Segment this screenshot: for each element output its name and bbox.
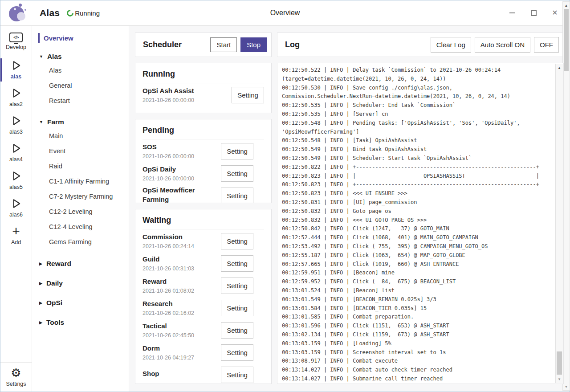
- play-icon: [10, 197, 22, 210]
- rail-item-instance[interactable]: alas4: [0, 139, 32, 167]
- nav-item[interactable]: Alas: [32, 63, 129, 78]
- setting-button[interactable]: Setting: [221, 344, 253, 361]
- task-name: Guild: [142, 255, 221, 264]
- task-name: Commission: [142, 233, 221, 241]
- log-line: 00:12:50.549 | INFO | Bind task OpsiAshA…: [282, 145, 551, 154]
- rail-item-settings[interactable]: ⚙ Settings: [0, 362, 32, 392]
- nav-item[interactable]: Raid: [32, 159, 129, 174]
- task-row: OpSi Meowfficer Farming Setting: [142, 184, 253, 203]
- rail-item-label: alas3: [9, 129, 23, 135]
- scrollbar-thumb[interactable]: [557, 351, 562, 375]
- log-output[interactable]: 00:12:50.522 | INFO | Delay task `Commis…: [282, 66, 551, 384]
- task-row: SOS 2021-10-26 00:00:00 Setting: [142, 140, 253, 162]
- task-next-run-time: 2021-10-26 00:00:00: [142, 97, 232, 103]
- minimize-button[interactable]: [507, 8, 517, 18]
- nav-section-header-alas[interactable]: ▼ Alas: [32, 50, 129, 63]
- nav-section-header-collapsed[interactable]: ▶ OpSi: [32, 293, 129, 313]
- logo-dot: [24, 9, 26, 11]
- nav-section-header-collapsed[interactable]: ▶ Reward: [32, 254, 129, 274]
- close-button[interactable]: ✕: [550, 8, 560, 18]
- log-line: 00:12:50.832 | INFO | <<< UI GOTO PAGE_O…: [282, 216, 551, 225]
- log-panel: 00:12:50.522 | INFO | Delay task `Commis…: [277, 63, 564, 384]
- maximize-button[interactable]: [529, 8, 538, 18]
- waiting-header: Waiting: [142, 213, 264, 229]
- gear-icon: ⚙: [11, 367, 21, 379]
- task-info: OpSi Meowfficer Farming: [142, 186, 221, 203]
- nav-item[interactable]: Event: [32, 143, 129, 159]
- nav-item[interactable]: C1-1 Affinity Farming: [32, 174, 129, 189]
- rail-item-instance[interactable]: alas3: [0, 111, 32, 139]
- scroll-down-icon[interactable]: ▼: [556, 376, 563, 382]
- nav-item[interactable]: C12-4 Leveling: [32, 219, 129, 234]
- log-line: 00:13:14.027 | INFO | Combat auto check …: [282, 366, 551, 375]
- nav-section-header-collapsed[interactable]: ▶ Daily: [32, 274, 129, 293]
- nav-section-header-farm[interactable]: ▼ Farm: [32, 116, 129, 128]
- auto-scroll-on-button[interactable]: Auto Scroll ON: [475, 37, 530, 53]
- task-info: Shop: [142, 369, 221, 380]
- setting-button[interactable]: Setting: [221, 278, 253, 294]
- auto-scroll-off-button[interactable]: OFF: [534, 37, 559, 53]
- setting-button[interactable]: Setting: [221, 255, 253, 272]
- nav-section-label: Farm: [47, 118, 64, 126]
- scheduler-title: Scheduler: [143, 40, 210, 49]
- log-line: 00:12:52.444 | INFO | Click (1068, 401) …: [282, 233, 551, 242]
- log-line: Commission.Scheduler.NextRun=datetime.da…: [282, 92, 551, 101]
- task-row: Commission 2021-10-26 00:24:14 Setting: [142, 230, 253, 252]
- log-header-panel: Log Clear Log Auto Scroll ON OFF: [277, 33, 564, 57]
- log-line: 00:12:57.665 | INFO | Click (1019, 660) …: [282, 260, 551, 269]
- setting-button[interactable]: Setting: [221, 322, 253, 339]
- nav-item-overview[interactable]: Overview: [38, 33, 129, 43]
- running-title: Running: [142, 67, 264, 83]
- rail-item-instance[interactable]: alas5: [0, 167, 32, 194]
- log-line: 00:13:01.585 | INFO | Combat preparation…: [282, 313, 551, 322]
- nav-item[interactable]: Main: [32, 128, 129, 143]
- log-line: 00:12:55.187 | INFO | Click (1063, 654) …: [282, 251, 551, 260]
- log-line: 00:13:01.596 | INFO | Click (1151, 653) …: [282, 322, 551, 331]
- rail-item-develop[interactable]: </> Develop: [0, 29, 32, 56]
- task-next-run-time: 2021-10-26 00:00:00: [142, 153, 221, 159]
- rail-instances: alas alas2 alas3 alas4: [0, 56, 32, 222]
- task-name: OpSi Ash Assist: [142, 86, 232, 95]
- nav-item[interactable]: Restart: [32, 93, 129, 108]
- nav-section-header-collapsed[interactable]: ▶ Tools: [32, 313, 129, 332]
- rail-item-instance[interactable]: alas6: [0, 194, 32, 222]
- rail-item-instance[interactable]: alas: [0, 56, 32, 84]
- log-line: 00:13:01.524 | INFO | [Beacon] list: [282, 286, 551, 295]
- nav-section-items: Alas General Restart: [32, 63, 129, 108]
- stop-button[interactable]: Stop: [240, 37, 267, 52]
- setting-button[interactable]: Setting: [232, 87, 264, 103]
- start-button[interactable]: Start: [210, 37, 237, 52]
- nav-item[interactable]: General: [32, 78, 129, 93]
- rail-item-add[interactable]: + Add: [0, 222, 32, 249]
- setting-button[interactable]: Setting: [221, 165, 253, 182]
- setting-button[interactable]: Setting: [221, 143, 253, 159]
- setting-button[interactable]: Setting: [221, 188, 253, 203]
- task-next-run-time: 2021-10-26 00:24:14: [142, 243, 221, 249]
- nav-item[interactable]: C7-2 Mystery Farming: [32, 189, 129, 204]
- pending-header: Pending: [142, 123, 264, 139]
- setting-button[interactable]: Setting: [221, 300, 253, 316]
- log-line: 00:13:03.159 | INFO | Screenshot interva…: [282, 348, 551, 357]
- nav-section-label: Reward: [46, 260, 71, 268]
- play-icon: [10, 59, 22, 72]
- app-window: Alas Running Overview ✕ </> Develop: [0, 0, 570, 392]
- log-line: 00:12:50.822 | INFO | +-----------------…: [282, 163, 551, 172]
- setting-button[interactable]: Setting: [221, 233, 253, 249]
- nav-section-farm: ▼ Farm Main Event Raid C1-1 Affinity Far…: [32, 116, 129, 249]
- nav-item[interactable]: Gems Farming: [32, 234, 129, 249]
- log-line: 00:13:01.549 | INFO | [BEACON_REMAIN 0.0…: [282, 295, 551, 304]
- play-icon: [10, 170, 22, 182]
- nav-item[interactable]: C12-2 Leveling: [32, 204, 129, 219]
- caret-right-icon: ▶: [39, 261, 42, 266]
- scheduler-panel: Scheduler Start Stop: [135, 33, 272, 57]
- setting-button[interactable]: Setting: [221, 367, 253, 383]
- clear-log-button[interactable]: Clear Log: [431, 37, 471, 53]
- task-info: OpSi Daily 2021-10-26 00:00:00: [142, 165, 221, 181]
- play-icon: [10, 142, 22, 155]
- task-name: Shop: [142, 369, 221, 378]
- log-scrollbar[interactable]: ▲ ▼: [555, 64, 563, 383]
- task-row: Shop Setting: [142, 363, 253, 384]
- scroll-up-icon[interactable]: ▲: [556, 65, 563, 71]
- rail-item-instance[interactable]: alas2: [0, 84, 32, 111]
- task-info: Research 2021-10-26 02:16:02: [142, 299, 221, 316]
